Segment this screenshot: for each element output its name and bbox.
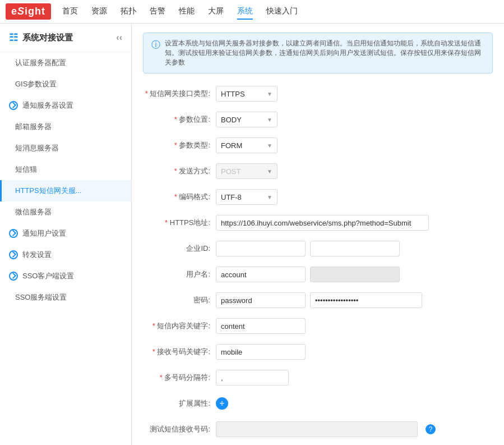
select-param-position-wrapper[interactable]: BODY QUERY HEADER ▼ <box>216 112 278 127</box>
nav-resources[interactable]: 资源 <box>91 4 107 20</box>
label-phone-key: * 接收号码关键字: <box>143 347 216 357</box>
nav-performance[interactable]: 性能 <box>179 4 195 20</box>
input-password-text[interactable] <box>216 292 306 308</box>
label-enterprise-id: 企业ID: <box>143 244 216 254</box>
label-send-method: * 发送方式: <box>143 166 216 176</box>
main-layout: ☷ 系统对接设置 ‹‹ 认证服务器配置 GIS参数设置 通知服务器设置 邮箱服务… <box>0 24 504 445</box>
form-row-https-url: * HTTPS地址: https://106.ihuyi.com/webserv… <box>143 214 493 232</box>
sidebar-group-notify-server[interactable]: 通知服务器设置 <box>0 95 131 116</box>
required-mark-3: * <box>174 141 177 149</box>
info-banner: ⓘ 设置本系统与短信网关服务器对接参数，以建立两者间通信。当启用短信通知功能后，… <box>143 33 493 74</box>
control-encoding: UTF-8 GBK ISO-8859-1 ▼ <box>216 189 278 205</box>
sidebar-collapse-button[interactable]: ‹‹ <box>116 33 122 43</box>
label-https-url: * HTTPS地址: <box>143 218 216 228</box>
sidebar-header-icon: ☷ <box>9 31 18 44</box>
form: * 短信网关接口类型: HTTPS HTTP OTHER ▼ <box>143 85 493 445</box>
label-sms-content-key: * 短信内容关键字: <box>143 321 216 331</box>
sidebar-item-wechat[interactable]: 微信服务器 <box>0 201 131 223</box>
input-test-phone[interactable] <box>216 421 418 437</box>
expand-icon-4 <box>9 272 18 281</box>
control-send-method: POST GET ▼ <box>216 163 278 179</box>
form-row-param-position: * 参数位置: BODY QUERY HEADER ▼ <box>143 111 493 129</box>
label-password: 密码: <box>143 295 216 305</box>
label-extension: 扩展属性: <box>143 398 216 409</box>
sidebar-item-https-sms-gateway[interactable]: HTTPS短信网关服... <box>0 180 131 201</box>
required-mark-6: * <box>165 218 168 227</box>
required-mark-5: * <box>174 192 177 201</box>
nav-bigscreen[interactable]: 大屏 <box>208 4 224 20</box>
label-param-position: * 参数位置: <box>143 114 216 125</box>
nav-home[interactable]: 首页 <box>62 4 78 20</box>
input-phone-key[interactable] <box>216 344 306 360</box>
control-enterprise-id <box>216 241 400 256</box>
label-param-type: * 参数类型: <box>143 140 216 150</box>
form-row-extension: 扩展属性: + <box>143 394 493 412</box>
sidebar-group-forward[interactable]: 转发设置 <box>0 244 131 265</box>
select-gateway-type[interactable]: HTTPS HTTP OTHER <box>221 90 265 98</box>
form-row-test-phone: 测试短信接收号码: ? <box>143 420 493 438</box>
sidebar-item-gis[interactable]: GIS参数设置 <box>0 74 131 95</box>
input-enterprise-id-1[interactable] <box>216 241 306 256</box>
info-icon: ⓘ <box>151 39 160 51</box>
select-send-method-wrapper: POST GET ▼ <box>216 163 278 179</box>
nav-system[interactable]: 系统 <box>237 4 253 20</box>
sidebar-title: 系统对接设置 <box>22 33 73 43</box>
content-area: ⓘ 设置本系统与短信网关服务器对接参数，以建立两者间通信。当启用短信通知功能后，… <box>132 24 504 445</box>
select-encoding[interactable]: UTF-8 GBK ISO-8859-1 <box>221 193 265 201</box>
select-gateway-type-wrapper[interactable]: HTTPS HTTP OTHER ▼ <box>216 86 278 102</box>
select-arrow-5: ▼ <box>267 194 272 200</box>
input-enterprise-id-2[interactable] <box>310 241 400 256</box>
select-encoding-wrapper[interactable]: UTF-8 GBK ISO-8859-1 ▼ <box>216 189 278 205</box>
control-phone-key <box>216 344 306 360</box>
form-row-phone-key: * 接收号码关键字: <box>143 343 493 361</box>
top-navigation: eSight 首页 资源 拓扑 告警 性能 大屏 系统 快速入门 <box>0 0 504 24</box>
form-row-param-type: * 参数类型: FORM JSON XML ▼ <box>143 136 493 154</box>
required-mark-2: * <box>174 115 177 123</box>
help-icon[interactable]: ? <box>426 424 436 434</box>
label-gateway-type: * 短信网关接口类型: <box>143 89 216 99</box>
input-username-2[interactable] <box>310 267 400 282</box>
sidebar-group-sso-client[interactable]: SSO客户端设置 <box>0 265 131 287</box>
expand-icon-3 <box>9 250 18 259</box>
sidebar-item-sms-modem[interactable]: 短信猫 <box>0 159 131 180</box>
required-mark-9: * <box>160 373 163 382</box>
form-row-password: 密码: <box>143 291 493 309</box>
input-https-url[interactable]: https://106.ihuyi.com/webservice/sms.php… <box>216 215 429 231</box>
control-param-position: BODY QUERY HEADER ▼ <box>216 112 278 127</box>
form-row-username: 用户名: <box>143 265 493 283</box>
sidebar-item-sms[interactable]: 短消息服务器 <box>0 137 131 159</box>
add-extension-button[interactable]: + <box>216 397 228 410</box>
form-row-delimiter: * 多号码分隔符: <box>143 369 493 387</box>
select-arrow-3: ▼ <box>267 143 272 149</box>
required-mark-7: * <box>152 322 155 330</box>
form-row-send-method: * 发送方式: POST GET ▼ <box>143 162 493 180</box>
control-delimiter <box>216 370 289 386</box>
nav-alarm[interactable]: 告警 <box>150 4 165 20</box>
input-delimiter[interactable] <box>216 370 289 386</box>
sidebar-item-auth-server[interactable]: 认证服务器配置 <box>0 52 131 74</box>
label-encoding: * 编码格式: <box>143 192 216 202</box>
nav-topology[interactable]: 拓扑 <box>121 4 136 20</box>
sidebar-group-notify-user[interactable]: 通知用户设置 <box>0 223 131 244</box>
form-row-sms-content-key: * 短信内容关键字: <box>143 317 493 335</box>
input-password-secret[interactable] <box>310 292 422 308</box>
select-arrow-4: ▼ <box>267 168 272 175</box>
sidebar: ☷ 系统对接设置 ‹‹ 认证服务器配置 GIS参数设置 通知服务器设置 邮箱服务… <box>0 24 132 445</box>
sidebar-item-notify-server-label: 通知服务器设置 <box>22 100 73 111</box>
sidebar-item-sso-server[interactable]: SSO服务端设置 <box>0 287 131 308</box>
form-row-enterprise-id: 企业ID: <box>143 240 493 258</box>
select-param-position[interactable]: BODY QUERY HEADER <box>221 116 265 124</box>
sidebar-item-email[interactable]: 邮箱服务器 <box>0 116 131 137</box>
nav-quickstart[interactable]: 快速入门 <box>266 4 298 20</box>
input-username[interactable] <box>216 267 306 282</box>
control-param-type: FORM JSON XML ▼ <box>216 137 278 153</box>
required-mark: * <box>145 89 148 98</box>
info-banner-text: 设置本系统与短信网关服务器对接参数，以建立两者间通信。当启用短信通知功能后，系统… <box>165 39 484 67</box>
label-test-phone: 测试短信接收号码: <box>143 424 216 434</box>
input-sms-content-key[interactable] <box>216 318 306 334</box>
select-param-type-wrapper[interactable]: FORM JSON XML ▼ <box>216 137 278 153</box>
label-delimiter: * 多号码分隔符: <box>143 373 216 383</box>
select-arrow-2: ▼ <box>267 117 272 123</box>
select-param-type[interactable]: FORM JSON XML <box>221 141 265 150</box>
sidebar-item-forward-label: 转发设置 <box>22 250 52 260</box>
